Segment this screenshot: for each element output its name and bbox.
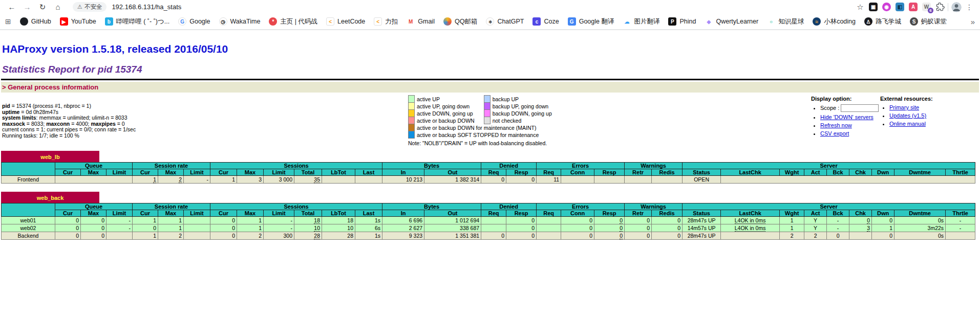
bookmark-xiaolin-coding[interactable]: ≈小林coding	[813, 17, 856, 26]
column-in: In	[382, 169, 424, 176]
table-row-frontend: Frontend12-133 0003510 2131 382 3140011O…	[2, 176, 975, 184]
column-lbtot: LbTot	[322, 169, 355, 176]
back-icon[interactable]: ←	[5, 3, 18, 11]
bookmark-star-icon[interactable]: ☆	[854, 3, 867, 12]
bookmark-bilibili[interactable]: b哔哩哔哩 ( ˚- ˚)つ...	[105, 17, 169, 26]
stats-corner-cell	[2, 203, 55, 217]
bookmark-youtube[interactable]: ▶YouTube	[60, 17, 96, 26]
scope-item: Scope :	[820, 104, 880, 112]
forward-icon[interactable]: →	[20, 3, 34, 11]
column-resp: Resp	[506, 169, 537, 176]
extensions-area: ▣◉◧AW6	[869, 3, 931, 11]
proxy-title-link-web_back[interactable]: web_back	[37, 195, 64, 201]
stat-cell: 2	[237, 232, 264, 240]
online-manual-link[interactable]: Online manual	[889, 121, 926, 127]
more-bookmarks-icon[interactable]: »	[971, 17, 975, 26]
bookmark-github[interactable]: GitHub	[20, 17, 51, 26]
column-lastchk: LastChk	[721, 169, 780, 176]
external-resources-title: External resources:	[880, 96, 980, 102]
legend-label: active UP, going down	[415, 103, 484, 110]
stat-cell: Y	[804, 224, 827, 232]
legend-row: active UP, going downbackup UP, going do…	[409, 103, 561, 110]
legend-swatch	[409, 131, 415, 139]
bookmarks-apps-icon[interactable]: ⊞	[5, 17, 11, 26]
toolbar-divider	[948, 3, 948, 11]
warning-icon: ⚠	[77, 4, 82, 10]
bookmark-phind[interactable]: PPhind	[668, 17, 696, 26]
column-group-queue: Queue	[55, 203, 133, 210]
bookmark-chatgpt[interactable]: ∗ChatGPT	[486, 17, 524, 26]
bilibili-favicon: b	[105, 17, 113, 26]
stats-table-web_back: QueueSession rateSessionsBytesDeniedErro…	[1, 203, 975, 240]
url-text[interactable]: 192.168.6.131/ha_stats	[112, 3, 181, 11]
stat-cell: 11	[537, 176, 561, 184]
bookmark-qqmail[interactable]: QQ邮箱	[443, 17, 477, 26]
table-row-backend: Backend00120230028281s9 3231 351 3810000…	[2, 232, 975, 240]
address-bar[interactable]: ⚠ 不安全 192.168.6.131/ha_stats	[70, 2, 848, 13]
bookmark-leetcode-cn[interactable]: <力扣	[374, 17, 398, 26]
bookmark-label: WakaTime	[230, 18, 261, 25]
column-out: Out	[424, 169, 481, 176]
column-resp: Resp	[594, 210, 625, 217]
stat-cell	[184, 217, 210, 224]
column-dwn: Dwn	[872, 210, 894, 217]
bookmark-label: 哔哩哔哩 ( ˚- ˚)つ...	[116, 17, 169, 26]
bookmark-zsxq[interactable]: ○知识星球	[767, 17, 804, 26]
primary-site-link[interactable]: Primary site	[889, 104, 919, 110]
bookmark-qwerty-learner[interactable]: ◆QwertyLearner	[705, 17, 758, 26]
stat-cell	[537, 217, 561, 224]
bookmark-coze[interactable]: cCoze	[532, 17, 559, 26]
legend-note: Note: "NOLB"/"DRAIN" = UP with load-bala…	[408, 140, 811, 146]
extension-wappalyzer-icon[interactable]: W6	[922, 3, 931, 11]
refresh-now-link[interactable]: Refresh now	[820, 122, 852, 128]
bookmark-gmail[interactable]: MGmail	[407, 17, 435, 26]
bookmark-codewars-home[interactable]: *主页 | 代码战	[269, 17, 317, 26]
youtube-favicon: ▶	[60, 17, 68, 26]
bookmark-image-translate[interactable]: ☁图片翻译	[623, 17, 659, 26]
scope-input[interactable]	[841, 104, 879, 112]
security-chip[interactable]: ⚠ 不安全	[73, 2, 106, 12]
hide-down-servers-link[interactable]: Hide 'DOWN' servers	[820, 114, 874, 120]
bookmark-google-translate[interactable]: GGoogle 翻译	[568, 17, 614, 26]
column-last: Last	[355, 210, 382, 217]
updates-link[interactable]: Updates (v1.5)	[889, 112, 926, 119]
bookmark-label: 蚂蚁课堂	[921, 17, 947, 26]
bookmark-luffy[interactable]: ♙路飞学城	[864, 17, 901, 26]
stat-cell: 2	[158, 232, 184, 240]
extension-grid-icon[interactable]: ▣	[869, 3, 878, 11]
bookmark-label: Google 翻译	[579, 17, 614, 26]
bookmark-label: LeetCode	[337, 18, 365, 25]
legend-label: active or backup DOWN for maintenance (M…	[415, 124, 561, 131]
reload-icon[interactable]: ↻	[36, 3, 49, 12]
column-limit: Limit	[106, 169, 133, 176]
stat-cell: 2	[804, 232, 827, 240]
page-title: HAProxy version 1.5.18, released 2016/05…	[2, 43, 979, 55]
stat-cell: 0	[872, 232, 894, 240]
extension-image-assistant-icon[interactable]: ◉	[882, 3, 891, 11]
stat-cell	[721, 176, 975, 184]
home-icon[interactable]: ⌂	[51, 3, 65, 11]
profile-avatar[interactable]	[951, 2, 962, 12]
stat-cell	[946, 232, 975, 240]
stat-cell: 10	[294, 224, 322, 232]
stat-value-tooltip: 0	[867, 217, 870, 224]
browser-menu-icon[interactable]: ⋮	[964, 3, 975, 11]
chatgpt-favicon: ∗	[486, 17, 494, 26]
stat-value-tooltip: 18	[314, 217, 320, 224]
bookmark-google[interactable]: GGoogle	[178, 17, 210, 26]
qqmail-favicon	[443, 17, 452, 26]
column-status: Status	[683, 210, 721, 217]
extension-translator-icon[interactable]: A	[909, 3, 918, 11]
extension-capture-icon[interactable]: ◧	[896, 3, 904, 11]
bookmark-leetcode[interactable]: <LeetCode	[326, 17, 365, 26]
legend-row: active UPbackup UP	[409, 96, 561, 103]
stat-cell: -	[264, 217, 294, 224]
proxy-title-link-web_lb[interactable]: web_lb	[40, 154, 59, 160]
stat-cell: L4OK in 0ms	[721, 224, 780, 232]
extensions-puzzle-icon[interactable]	[936, 3, 945, 11]
bookmark-mayikt[interactable]: S蚂蚁课堂	[910, 17, 947, 26]
column-thrtle: Thrtle	[946, 169, 975, 176]
csv-export-link[interactable]: CSV export	[820, 130, 849, 137]
bookmark-wakatime[interactable]: ◷WakaTime	[219, 17, 261, 26]
haproxy-version-link[interactable]: HAProxy version 1.5.18, released 2016/05…	[2, 43, 228, 55]
